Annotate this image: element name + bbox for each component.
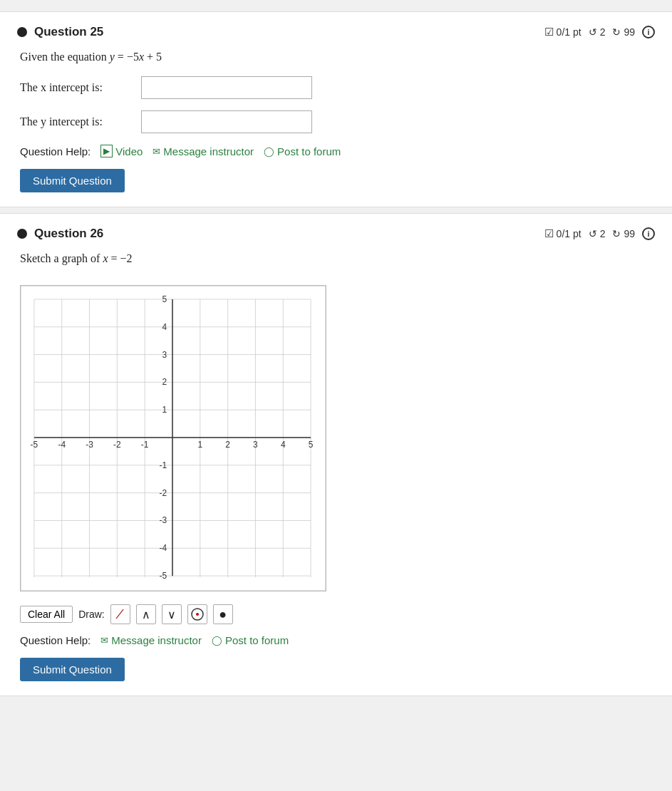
chat-icon-26: ◯ (212, 635, 222, 646)
x-intercept-label: The x intercept is: (20, 81, 134, 94)
question-25-body: Given the equation y = −5x + 5 The x int… (20, 51, 655, 192)
help-row-25: Question Help: ▶ Video ✉ Message instruc… (20, 145, 655, 157)
y-intercept-label: The y intercept is: (20, 115, 134, 128)
svg-text:-4: -4 (58, 440, 66, 450)
question-26-meta: ☑ 0/1 pt ↺ 2 ↻ 99 i (544, 227, 655, 240)
undo-icon-26: ↺ (589, 228, 597, 239)
svg-text:-4: -4 (159, 543, 167, 553)
question-25-title: Question 25 (17, 25, 103, 39)
question-25-meta: ☑ 0/1 pt ↺ 2 ↻ 99 i (544, 26, 655, 38)
question-25-block: Question 25 ☑ 0/1 pt ↺ 2 ↻ 99 i (0, 11, 672, 207)
question-25-header: Question 25 ☑ 0/1 pt ↺ 2 ↻ 99 i (17, 25, 655, 39)
message-link-26[interactable]: ✉ Message instructor (100, 634, 202, 646)
retry-meta-26: ↺ 2 (589, 228, 606, 239)
refresh-icon-26: ↻ (612, 228, 621, 239)
attempts-meta-25: ↻ 99 (612, 26, 635, 38)
info-icon-26[interactable]: i (642, 227, 655, 240)
svg-text:1: 1 (162, 405, 167, 415)
info-icon-25[interactable]: i (642, 26, 655, 38)
equation-25: Given the equation y = −5x + 5 (20, 51, 655, 63)
svg-text:-2: -2 (113, 440, 121, 450)
bullet-icon-25 (17, 27, 27, 37)
svg-text:1: 1 (198, 440, 203, 450)
submit-button-26[interactable]: Submit Question (20, 658, 125, 681)
question-26-block: Question 26 ☑ 0/1 pt ↺ 2 ↻ 99 i (0, 213, 672, 696)
svg-text:-1: -1 (159, 460, 167, 470)
question-26-title: Question 26 (17, 227, 103, 241)
envelope-icon-26: ✉ (100, 635, 108, 646)
svg-point-46 (196, 613, 199, 616)
svg-text:-3: -3 (86, 440, 93, 450)
line-tool-26[interactable]: ∕ (110, 604, 130, 624)
svg-text:2: 2 (162, 377, 167, 387)
circle-tool-26[interactable] (187, 604, 207, 624)
undo-icon-25: ↺ (589, 26, 597, 38)
score-meta-25: ☑ 0/1 pt (544, 26, 581, 38)
parabola-down-tool-26[interactable]: ∨ (162, 604, 182, 624)
submit-button-25[interactable]: Submit Question (20, 169, 125, 192)
checkbox-icon-26: ☑ (544, 227, 554, 240)
svg-text:2: 2 (225, 440, 230, 450)
graph-svg-26[interactable]: -5 -4 -3 -2 -1 1 2 3 4 5 5 (20, 285, 326, 591)
draw-tools-26: Clear All Draw: ∕ ∧ ∨ ● (20, 604, 655, 624)
bullet-icon-26 (17, 229, 27, 239)
svg-text:3: 3 (162, 350, 167, 360)
svg-text:4: 4 (162, 322, 167, 332)
forum-link-26[interactable]: ◯ Post to forum (212, 634, 289, 646)
svg-text:-5: -5 (31, 440, 38, 450)
refresh-icon-25: ↻ (612, 26, 621, 38)
chat-icon-25: ◯ (264, 146, 274, 157)
draw-label-26: Draw: (78, 609, 105, 620)
video-icon-25: ▶ (100, 145, 113, 157)
dot-tool-26[interactable]: ● (213, 604, 233, 624)
clear-all-button-26[interactable]: Clear All (20, 606, 73, 623)
score-meta-26: ☑ 0/1 pt (544, 227, 581, 240)
graph-container-26: -5 -4 -3 -2 -1 1 2 3 4 5 5 (20, 285, 326, 594)
envelope-icon-25: ✉ (153, 146, 160, 157)
help-row-26: Question Help: ✉ Message instructor ◯ Po… (20, 634, 655, 646)
svg-text:-1: -1 (141, 440, 149, 450)
svg-text:5: 5 (162, 294, 167, 304)
y-intercept-input[interactable] (141, 110, 312, 133)
x-intercept-row: The x intercept is: (20, 76, 655, 99)
video-link-25[interactable]: ▶ Video (100, 145, 143, 157)
help-label-25: Question Help: (20, 145, 91, 157)
svg-rect-0 (21, 286, 326, 591)
attempts-meta-26: ↻ 99 (612, 228, 635, 239)
page: Question 25 ☑ 0/1 pt ↺ 2 ↻ 99 i (0, 0, 672, 791)
parabola-up-tool-26[interactable]: ∧ (136, 604, 156, 624)
svg-text:-2: -2 (159, 488, 167, 498)
help-label-26: Question Help: (20, 634, 91, 646)
svg-text:-5: -5 (159, 571, 167, 581)
forum-link-25[interactable]: ◯ Post to forum (264, 145, 341, 157)
svg-text:3: 3 (253, 440, 258, 450)
x-intercept-input[interactable] (141, 76, 312, 99)
problem-26: Sketch a graph of x = −2 (20, 252, 655, 265)
svg-text:4: 4 (281, 440, 286, 450)
svg-text:5: 5 (309, 440, 314, 450)
question-26-body: Sketch a graph of x = −2 (20, 252, 655, 681)
svg-text:-3: -3 (159, 515, 167, 525)
message-link-25[interactable]: ✉ Message instructor (153, 145, 254, 157)
checkbox-icon-25: ☑ (544, 26, 554, 38)
retry-meta-25: ↺ 2 (589, 26, 606, 38)
question-26-header: Question 26 ☑ 0/1 pt ↺ 2 ↻ 99 i (17, 227, 655, 241)
y-intercept-row: The y intercept is: (20, 110, 655, 133)
